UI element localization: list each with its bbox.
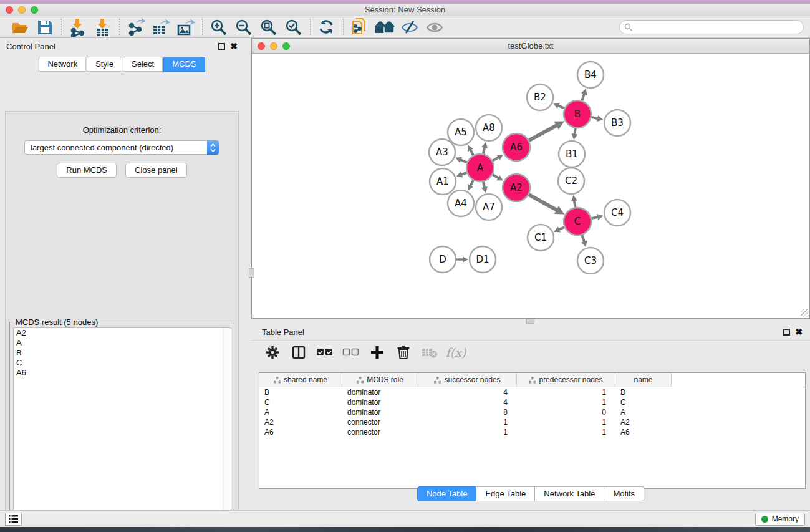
mcds-result-item[interactable]: A2 xyxy=(14,328,231,338)
horizontal-split-handle[interactable] xyxy=(526,319,534,324)
create-column-plus-icon[interactable] xyxy=(369,344,386,361)
save-icon[interactable] xyxy=(32,17,57,37)
export-image-icon[interactable] xyxy=(173,17,198,37)
select-all-checkboxes-icon[interactable] xyxy=(316,344,334,361)
table-row[interactable]: Adominator80A xyxy=(259,407,805,417)
close-window-button[interactable] xyxy=(6,6,13,14)
tab-network-table[interactable]: Network Table xyxy=(535,486,604,501)
run-mcds-button[interactable]: Run MCDS xyxy=(57,163,117,178)
graph-node-C[interactable]: C xyxy=(564,208,591,235)
hide-graphics-details-icon[interactable] xyxy=(397,17,422,37)
graph-node-A3[interactable]: A3 xyxy=(429,139,455,165)
graph-edge[interactable] xyxy=(558,105,564,109)
show-graphics-details-icon[interactable] xyxy=(422,17,447,37)
task-history-list-icon[interactable] xyxy=(5,513,22,526)
tab-motifs[interactable]: Motifs xyxy=(604,486,644,501)
graph-edge[interactable] xyxy=(483,147,485,154)
graph-edge[interactable] xyxy=(574,200,576,207)
graph-node-C2[interactable]: C2 xyxy=(558,168,584,194)
node-table[interactable]: shared nameMCDS rolesuccessor nodesprede… xyxy=(259,372,806,489)
graph-edge[interactable] xyxy=(559,227,564,230)
table-row[interactable]: A6connector11A6 xyxy=(259,427,805,437)
mcds-result-item[interactable]: B xyxy=(14,348,231,358)
column-header-MCDS-role[interactable]: MCDS role xyxy=(342,373,418,387)
graph-edge[interactable] xyxy=(461,173,467,175)
mcds-result-item[interactable]: A6 xyxy=(14,368,231,378)
window-resize-grip[interactable] xyxy=(801,309,809,317)
graph-node-B2[interactable]: B2 xyxy=(527,84,553,110)
minimize-window-button[interactable] xyxy=(18,6,26,14)
import-network-icon[interactable] xyxy=(65,17,90,37)
graph-node-A1[interactable]: A1 xyxy=(430,168,456,195)
export-network-icon[interactable] xyxy=(123,17,148,37)
network-canvas[interactable]: AA1A3A5A8A4A7A6A2BB2B4B3B1CC2C4C1C3DD1 xyxy=(252,54,809,317)
graph-edge[interactable] xyxy=(591,117,598,118)
search-input[interactable] xyxy=(619,20,804,34)
graph-edge[interactable] xyxy=(529,125,557,140)
open-folder-icon[interactable] xyxy=(7,17,32,37)
zoom-selected-icon[interactable] xyxy=(281,17,306,37)
tab-network[interactable]: Network xyxy=(39,57,86,72)
import-table-icon[interactable] xyxy=(90,17,115,37)
zoom-out-icon[interactable] xyxy=(231,17,256,37)
zoom-in-icon[interactable] xyxy=(206,17,231,37)
column-header-successor-nodes[interactable]: successor nodes xyxy=(418,373,517,387)
delete-table-icon[interactable] xyxy=(421,344,438,361)
graph-node-D[interactable]: D xyxy=(430,246,456,273)
vertical-split-handle[interactable] xyxy=(249,268,254,278)
graph-node-B[interactable]: B xyxy=(564,100,591,128)
close-panel-icon[interactable]: ✖ xyxy=(230,43,238,50)
mcds-result-item[interactable]: C xyxy=(14,358,231,368)
zoom-fit-icon[interactable] xyxy=(256,17,281,37)
graph-node-A[interactable]: A xyxy=(466,154,494,181)
float-panel-icon[interactable] xyxy=(783,329,790,336)
graph-edge[interactable] xyxy=(483,181,485,188)
graph-node-B1[interactable]: B1 xyxy=(559,141,585,167)
graph-node-A5[interactable]: A5 xyxy=(448,119,474,145)
tab-style[interactable]: Style xyxy=(87,57,122,72)
refresh-icon[interactable] xyxy=(314,17,339,37)
graph-node-B3[interactable]: B3 xyxy=(604,110,630,136)
show-column-icon[interactable] xyxy=(290,344,307,361)
tab-node-table[interactable]: Node Table xyxy=(417,486,477,501)
criterion-select[interactable]: largest connected component (directed) xyxy=(24,140,219,155)
close-panel-button[interactable]: Close panel xyxy=(125,163,187,178)
column-header-name[interactable]: name xyxy=(615,373,672,387)
graph-edge[interactable] xyxy=(529,195,557,210)
graph-edge[interactable] xyxy=(574,128,575,135)
graph-node-D1[interactable]: D1 xyxy=(470,246,496,273)
mcds-result-list[interactable]: A2ABCA6 xyxy=(13,327,231,530)
graph-edge[interactable] xyxy=(470,150,473,155)
table-row[interactable]: Bdominator41B xyxy=(259,387,805,397)
graph-node-A6[interactable]: A6 xyxy=(503,133,530,161)
column-header-shared-name[interactable]: shared name xyxy=(259,373,342,387)
network-window-titlebar[interactable]: testGlobe.txt xyxy=(252,39,809,54)
graph-edge[interactable] xyxy=(582,235,584,242)
float-panel-icon[interactable] xyxy=(218,43,225,50)
table-row[interactable]: A2connector11A2 xyxy=(259,417,805,427)
memory-button[interactable]: Memory xyxy=(755,513,805,526)
graph-node-C3[interactable]: C3 xyxy=(577,248,604,274)
scrollbar[interactable] xyxy=(223,328,231,530)
home-icon[interactable] xyxy=(372,17,397,37)
tab-edge-table[interactable]: Edge Table xyxy=(476,486,535,501)
zoom-window-button[interactable] xyxy=(31,6,38,14)
deselect-all-checkboxes-icon[interactable] xyxy=(342,344,360,361)
graph-node-C4[interactable]: C4 xyxy=(604,200,630,226)
graph-edge[interactable] xyxy=(582,94,584,100)
tab-select[interactable]: Select xyxy=(123,57,163,72)
tab-mcds[interactable]: MCDS xyxy=(163,57,205,72)
mcds-result-item[interactable]: A xyxy=(14,338,231,348)
graph-edge[interactable] xyxy=(591,217,598,218)
graph-node-A8[interactable]: A8 xyxy=(476,115,502,141)
graph-edge[interactable] xyxy=(470,180,473,186)
export-table-icon[interactable] xyxy=(148,17,173,37)
graph-node-A4[interactable]: A4 xyxy=(448,190,474,216)
graph-node-C1[interactable]: C1 xyxy=(528,225,554,251)
close-panel-icon[interactable]: ✖ xyxy=(795,329,803,336)
new-network-from-file-icon[interactable] xyxy=(347,17,372,37)
delete-column-trash-icon[interactable] xyxy=(395,344,412,361)
graph-node-B4[interactable]: B4 xyxy=(577,62,604,88)
graph-node-A2[interactable]: A2 xyxy=(503,174,530,201)
table-row[interactable]: Cdominator41C xyxy=(259,397,805,407)
